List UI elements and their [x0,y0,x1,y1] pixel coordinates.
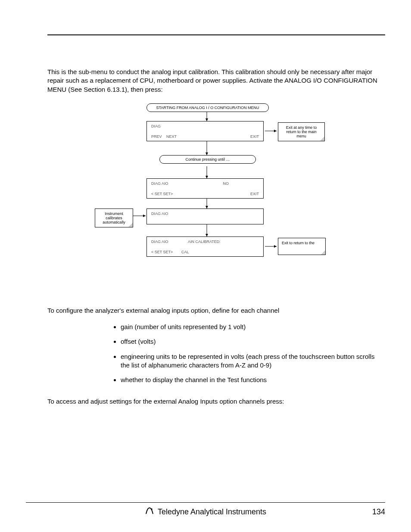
box2-exit: EXIT [250,192,259,196]
list-item: engineering units to be represented in v… [121,352,385,370]
box3-title: DIAG AIO [151,212,168,216]
flow-box-2: DIAG AIO NO < SET SET> EXIT [146,178,264,199]
flow-continue-pill: Continue pressing until … [159,155,256,164]
flow-box-4: DIAG AIO AIN CALIBRATED: < SET SET> CAL [146,236,264,257]
svg-point-8 [151,508,153,510]
bullet-list: gain (number of units represented by 1 v… [47,323,385,384]
box1-title: DIAG [151,124,161,129]
page-number: 134 [372,507,385,516]
list-item: gain (number of units represented by 1 v… [121,323,385,331]
configure-paragraph: To configure the analyzer's external ana… [47,306,385,315]
box1-prev: PREV [151,134,162,139]
box1-next: NEXT [166,134,177,139]
box4-set: < SET SET> [151,250,173,255]
page-footer: Teledyne Analytical Instruments 134 [26,502,385,517]
note-auto-calibrate: Instrument calibrates automatically [95,208,133,227]
box4-mid: AIN CALIBRATED: [188,240,221,244]
flow-start-pill: STARTING FROM ANALOG I / O CONFIGURATION… [146,103,269,112]
flow-box-1: DIAG PREV NEXT EXIT [146,121,264,141]
box2-title: DIAG AIO [151,181,168,186]
box4-cal: CAL [181,250,189,255]
access-paragraph: To access and adjust settings for the ex… [47,397,385,406]
note-exit-return: Exit to return to the [278,238,326,255]
list-item: whether to display the channel in the Te… [121,376,385,384]
teledyne-logo-icon [145,507,154,517]
flow-box-3: DIAG AIO [146,208,264,224]
header-rule [47,34,385,35]
box4-title: DIAG AIO [151,240,168,244]
note-exit-anytime: Exit at any time to return to the main m… [278,122,325,141]
footer-text: Teledyne Analytical Instruments [158,507,266,516]
box1-exit: EXIT [250,134,259,139]
flowchart-diagram: STARTING FROM ANALOG I / O CONFIGURATION… [47,102,385,283]
box2-right: NO [223,181,229,186]
list-item: offset (volts) [121,337,385,346]
intro-paragraph: This is the sub-menu to conduct the anal… [47,68,385,94]
box2-set: < SET SET> [151,192,173,196]
